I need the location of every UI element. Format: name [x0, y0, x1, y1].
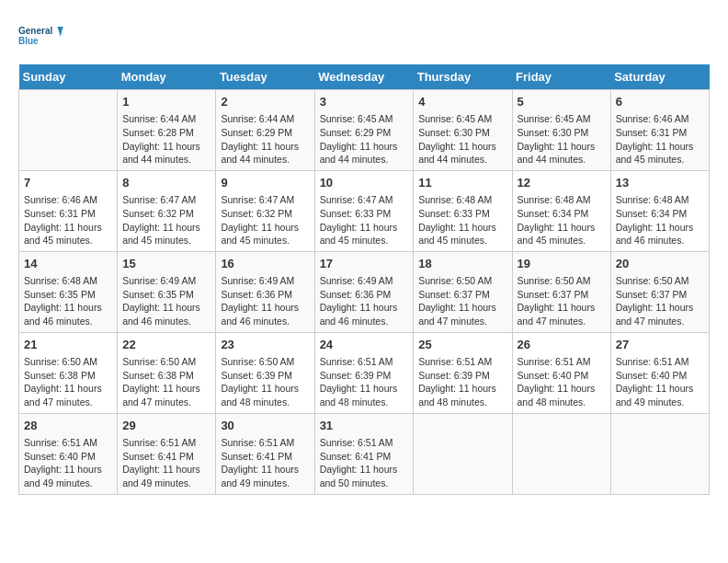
calendar-cell: 28Sunrise: 6:51 AMSunset: 6:40 PMDayligh…: [19, 413, 118, 494]
day-number: 18: [418, 256, 506, 272]
day-info: Sunrise: 6:50 AMSunset: 6:39 PMDaylight:…: [221, 355, 309, 409]
day-number: 24: [320, 337, 409, 353]
day-info: Sunrise: 6:50 AMSunset: 6:38 PMDaylight:…: [24, 355, 112, 409]
day-info: Sunrise: 6:51 AMSunset: 6:40 PMDaylight:…: [24, 436, 112, 490]
day-number: 6: [616, 94, 704, 110]
day-info: Sunrise: 6:48 AMSunset: 6:35 PMDaylight:…: [24, 274, 112, 328]
day-number: 5: [518, 94, 606, 110]
calendar-cell: 22Sunrise: 6:50 AMSunset: 6:38 PMDayligh…: [118, 332, 216, 413]
day-number: 13: [616, 175, 704, 191]
day-info: Sunrise: 6:46 AMSunset: 6:31 PMDaylight:…: [616, 112, 704, 167]
day-number: 31: [320, 418, 409, 434]
day-number: 2: [221, 94, 309, 110]
day-number: 28: [24, 418, 112, 434]
day-info: Sunrise: 6:48 AMSunset: 6:33 PMDaylight:…: [418, 193, 506, 247]
day-header-thursday: Thursday: [414, 64, 512, 90]
day-info: Sunrise: 6:51 AMSunset: 6:40 PMDaylight:…: [616, 355, 704, 409]
day-info: Sunrise: 6:49 AMSunset: 6:35 PMDaylight:…: [122, 274, 210, 328]
day-info: Sunrise: 6:51 AMSunset: 6:39 PMDaylight:…: [418, 355, 506, 409]
day-number: 11: [418, 175, 506, 191]
calendar-table: SundayMondayTuesdayWednesdayThursdayFrid…: [18, 64, 710, 495]
calendar-cell: 10Sunrise: 6:47 AMSunset: 6:33 PMDayligh…: [314, 170, 414, 251]
day-number: 29: [122, 418, 210, 434]
calendar-cell: 14Sunrise: 6:48 AMSunset: 6:35 PMDayligh…: [19, 251, 118, 332]
day-number: 9: [221, 175, 309, 191]
calendar-cell: 17Sunrise: 6:49 AMSunset: 6:36 PMDayligh…: [314, 251, 414, 332]
calendar-cell: 4Sunrise: 6:45 AMSunset: 6:30 PMDaylight…: [414, 90, 512, 171]
day-header-saturday: Saturday: [610, 64, 709, 90]
calendar-cell: 1Sunrise: 6:44 AMSunset: 6:28 PMDaylight…: [118, 90, 216, 171]
calendar-cell: 7Sunrise: 6:46 AMSunset: 6:31 PMDaylight…: [19, 170, 118, 251]
day-number: 19: [518, 256, 606, 272]
day-info: Sunrise: 6:47 AMSunset: 6:33 PMDaylight:…: [320, 193, 409, 247]
day-number: 27: [616, 337, 704, 353]
calendar-cell: [610, 413, 709, 494]
calendar-cell: 13Sunrise: 6:48 AMSunset: 6:34 PMDayligh…: [610, 170, 709, 251]
day-header-tuesday: Tuesday: [216, 64, 314, 90]
day-number: 1: [122, 94, 210, 110]
calendar-cell: 30Sunrise: 6:51 AMSunset: 6:41 PMDayligh…: [216, 413, 314, 494]
svg-text:Blue: Blue: [18, 36, 39, 46]
day-info: Sunrise: 6:50 AMSunset: 6:37 PMDaylight:…: [616, 274, 704, 328]
day-info: Sunrise: 6:51 AMSunset: 6:39 PMDaylight:…: [320, 355, 409, 409]
day-number: 14: [24, 256, 112, 272]
calendar-cell: 23Sunrise: 6:50 AMSunset: 6:39 PMDayligh…: [216, 332, 314, 413]
day-number: 23: [221, 337, 309, 353]
calendar-cell: [19, 90, 118, 171]
day-info: Sunrise: 6:47 AMSunset: 6:32 PMDaylight:…: [221, 193, 309, 247]
page-header: General Blue: [18, 18, 710, 55]
calendar-cell: 31Sunrise: 6:51 AMSunset: 6:41 PMDayligh…: [314, 413, 414, 494]
calendar-cell: 5Sunrise: 6:45 AMSunset: 6:30 PMDaylight…: [512, 90, 610, 171]
day-info: Sunrise: 6:51 AMSunset: 6:40 PMDaylight:…: [518, 355, 606, 409]
calendar-cell: 8Sunrise: 6:47 AMSunset: 6:32 PMDaylight…: [118, 170, 216, 251]
calendar-cell: 21Sunrise: 6:50 AMSunset: 6:38 PMDayligh…: [19, 332, 118, 413]
day-info: Sunrise: 6:50 AMSunset: 6:38 PMDaylight:…: [122, 355, 210, 409]
day-number: 15: [122, 256, 210, 272]
day-number: 17: [320, 256, 409, 272]
calendar-cell: 15Sunrise: 6:49 AMSunset: 6:35 PMDayligh…: [118, 251, 216, 332]
day-info: Sunrise: 6:46 AMSunset: 6:31 PMDaylight:…: [24, 193, 112, 247]
day-info: Sunrise: 6:48 AMSunset: 6:34 PMDaylight:…: [518, 193, 606, 247]
day-info: Sunrise: 6:51 AMSunset: 6:41 PMDaylight:…: [221, 436, 309, 490]
day-header-wednesday: Wednesday: [314, 64, 414, 90]
day-info: Sunrise: 6:44 AMSunset: 6:28 PMDaylight:…: [122, 112, 210, 167]
day-info: Sunrise: 6:50 AMSunset: 6:37 PMDaylight:…: [518, 274, 606, 328]
calendar-header-row: SundayMondayTuesdayWednesdayThursdayFrid…: [19, 64, 710, 90]
svg-marker-2: [58, 27, 63, 37]
day-number: 8: [122, 175, 210, 191]
day-number: 3: [320, 94, 409, 110]
calendar-cell: 12Sunrise: 6:48 AMSunset: 6:34 PMDayligh…: [512, 170, 610, 251]
week-row-4: 28Sunrise: 6:51 AMSunset: 6:40 PMDayligh…: [19, 413, 710, 494]
calendar-cell: 2Sunrise: 6:44 AMSunset: 6:29 PMDaylight…: [216, 90, 314, 171]
day-number: 12: [518, 175, 606, 191]
day-number: 4: [418, 94, 506, 110]
day-number: 26: [518, 337, 606, 353]
calendar-cell: 18Sunrise: 6:50 AMSunset: 6:37 PMDayligh…: [414, 251, 512, 332]
svg-text:General: General: [18, 26, 52, 36]
week-row-0: 1Sunrise: 6:44 AMSunset: 6:28 PMDaylight…: [19, 90, 710, 171]
day-header-friday: Friday: [512, 64, 610, 90]
day-info: Sunrise: 6:47 AMSunset: 6:32 PMDaylight:…: [122, 193, 210, 247]
calendar-cell: 27Sunrise: 6:51 AMSunset: 6:40 PMDayligh…: [610, 332, 709, 413]
calendar-cell: 26Sunrise: 6:51 AMSunset: 6:40 PMDayligh…: [512, 332, 610, 413]
week-row-2: 14Sunrise: 6:48 AMSunset: 6:35 PMDayligh…: [19, 251, 710, 332]
calendar-cell: 11Sunrise: 6:48 AMSunset: 6:33 PMDayligh…: [414, 170, 512, 251]
calendar-cell: 20Sunrise: 6:50 AMSunset: 6:37 PMDayligh…: [610, 251, 709, 332]
calendar-cell: 24Sunrise: 6:51 AMSunset: 6:39 PMDayligh…: [314, 332, 414, 413]
calendar-cell: [414, 413, 512, 494]
day-info: Sunrise: 6:45 AMSunset: 6:30 PMDaylight:…: [418, 112, 506, 167]
calendar-cell: 19Sunrise: 6:50 AMSunset: 6:37 PMDayligh…: [512, 251, 610, 332]
day-number: 22: [122, 337, 210, 353]
calendar-cell: 9Sunrise: 6:47 AMSunset: 6:32 PMDaylight…: [216, 170, 314, 251]
day-header-sunday: Sunday: [19, 64, 118, 90]
week-row-1: 7Sunrise: 6:46 AMSunset: 6:31 PMDaylight…: [19, 170, 710, 251]
calendar-cell: 3Sunrise: 6:45 AMSunset: 6:29 PMDaylight…: [314, 90, 414, 171]
day-info: Sunrise: 6:49 AMSunset: 6:36 PMDaylight:…: [320, 274, 409, 328]
day-info: Sunrise: 6:44 AMSunset: 6:29 PMDaylight:…: [221, 112, 309, 167]
day-info: Sunrise: 6:45 AMSunset: 6:30 PMDaylight:…: [518, 112, 606, 167]
day-info: Sunrise: 6:51 AMSunset: 6:41 PMDaylight:…: [320, 436, 409, 490]
calendar-cell: 25Sunrise: 6:51 AMSunset: 6:39 PMDayligh…: [414, 332, 512, 413]
day-number: 10: [320, 175, 409, 191]
day-info: Sunrise: 6:45 AMSunset: 6:29 PMDaylight:…: [320, 112, 409, 167]
day-number: 21: [24, 337, 112, 353]
